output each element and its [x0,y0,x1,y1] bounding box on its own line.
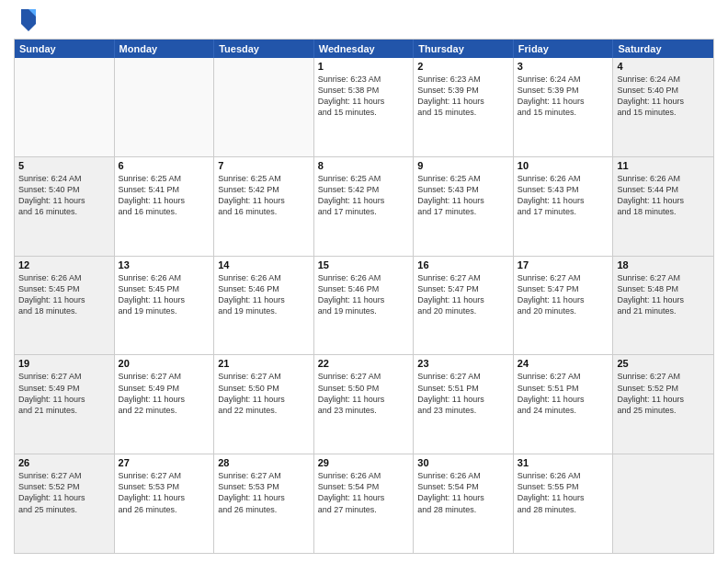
day-info: Sunrise: 6:26 AM Sunset: 5:46 PM Dayligh… [218,272,310,317]
day-number: 20 [119,358,210,369]
weekday-header-sunday: Sunday [15,40,115,58]
day-info: Sunrise: 6:27 AM Sunset: 5:47 PM Dayligh… [417,272,509,317]
calendar-day-11: 11Sunrise: 6:26 AM Sunset: 5:44 PM Dayli… [613,157,713,256]
day-number: 29 [318,457,410,468]
day-info: Sunrise: 6:27 AM Sunset: 5:50 PM Dayligh… [218,371,310,416]
day-info: Sunrise: 6:27 AM Sunset: 5:49 PM Dayligh… [119,371,210,416]
calendar-empty-0-2 [214,58,314,156]
calendar-day-5: 5Sunrise: 6:24 AM Sunset: 5:40 PM Daylig… [15,157,115,256]
calendar-day-17: 17Sunrise: 6:27 AM Sunset: 5:47 PM Dayli… [514,257,614,355]
day-info: Sunrise: 6:27 AM Sunset: 5:52 PM Dayligh… [617,371,710,416]
calendar-row-0: 1Sunrise: 6:23 AM Sunset: 5:38 PM Daylig… [15,58,713,157]
day-info: Sunrise: 6:27 AM Sunset: 5:49 PM Dayligh… [18,371,110,416]
day-info: Sunrise: 6:27 AM Sunset: 5:47 PM Dayligh… [518,272,609,317]
day-number: 7 [218,160,310,171]
calendar-row-4: 26Sunrise: 6:27 AM Sunset: 5:52 PM Dayli… [15,454,713,553]
calendar-day-24: 24Sunrise: 6:27 AM Sunset: 5:51 PM Dayli… [514,355,614,454]
calendar-day-29: 29Sunrise: 6:26 AM Sunset: 5:54 PM Dayli… [314,454,415,553]
day-number: 9 [417,160,509,171]
logo-icon [17,6,40,31]
calendar-day-20: 20Sunrise: 6:27 AM Sunset: 5:49 PM Dayli… [115,355,215,454]
day-info: Sunrise: 6:24 AM Sunset: 5:40 PM Dayligh… [617,74,710,119]
day-number: 2 [417,61,509,72]
calendar-day-19: 19Sunrise: 6:27 AM Sunset: 5:49 PM Dayli… [15,355,115,454]
day-info: Sunrise: 6:27 AM Sunset: 5:51 PM Dayligh… [518,371,609,416]
calendar-day-1: 1Sunrise: 6:23 AM Sunset: 5:38 PM Daylig… [314,58,415,156]
calendar-day-26: 26Sunrise: 6:27 AM Sunset: 5:52 PM Dayli… [15,454,115,553]
day-number: 13 [119,259,210,270]
day-number: 5 [18,160,110,171]
day-number: 3 [518,61,609,72]
calendar-header: SundayMondayTuesdayWednesdayThursdayFrid… [15,40,713,58]
weekday-header-wednesday: Wednesday [314,40,415,58]
logo [14,9,40,31]
day-number: 1 [318,61,410,72]
day-info: Sunrise: 6:26 AM Sunset: 5:54 PM Dayligh… [417,470,509,515]
day-info: Sunrise: 6:26 AM Sunset: 5:54 PM Dayligh… [318,470,410,515]
header [14,9,714,31]
day-info: Sunrise: 6:26 AM Sunset: 5:46 PM Dayligh… [318,272,410,317]
day-info: Sunrise: 6:26 AM Sunset: 5:55 PM Dayligh… [518,470,609,515]
day-number: 21 [218,358,310,369]
day-number: 8 [318,160,410,171]
day-info: Sunrise: 6:26 AM Sunset: 5:45 PM Dayligh… [119,272,210,317]
calendar-day-28: 28Sunrise: 6:27 AM Sunset: 5:53 PM Dayli… [214,454,314,553]
calendar-day-13: 13Sunrise: 6:26 AM Sunset: 5:45 PM Dayli… [115,257,215,355]
calendar-day-21: 21Sunrise: 6:27 AM Sunset: 5:50 PM Dayli… [214,355,314,454]
calendar-day-14: 14Sunrise: 6:26 AM Sunset: 5:46 PM Dayli… [214,257,314,355]
calendar-day-15: 15Sunrise: 6:26 AM Sunset: 5:46 PM Dayli… [314,257,415,355]
day-number: 26 [18,457,110,468]
day-info: Sunrise: 6:27 AM Sunset: 5:53 PM Dayligh… [218,470,310,515]
day-number: 28 [218,457,310,468]
weekday-header-saturday: Saturday [613,40,713,58]
calendar-day-25: 25Sunrise: 6:27 AM Sunset: 5:52 PM Dayli… [613,355,713,454]
day-number: 19 [18,358,110,369]
calendar-row-1: 5Sunrise: 6:24 AM Sunset: 5:40 PM Daylig… [15,157,713,257]
calendar-day-2: 2Sunrise: 6:23 AM Sunset: 5:39 PM Daylig… [414,58,514,156]
calendar-day-6: 6Sunrise: 6:25 AM Sunset: 5:41 PM Daylig… [115,157,215,256]
day-info: Sunrise: 6:26 AM Sunset: 5:44 PM Dayligh… [617,173,710,218]
calendar-row-3: 19Sunrise: 6:27 AM Sunset: 5:49 PM Dayli… [15,355,713,454]
calendar-day-12: 12Sunrise: 6:26 AM Sunset: 5:45 PM Dayli… [15,257,115,355]
day-info: Sunrise: 6:26 AM Sunset: 5:45 PM Dayligh… [18,272,110,317]
day-info: Sunrise: 6:27 AM Sunset: 5:51 PM Dayligh… [417,371,509,416]
day-info: Sunrise: 6:23 AM Sunset: 5:39 PM Dayligh… [417,74,509,119]
day-info: Sunrise: 6:27 AM Sunset: 5:48 PM Dayligh… [617,272,710,317]
weekday-header-monday: Monday [115,40,215,58]
day-info: Sunrise: 6:27 AM Sunset: 5:52 PM Dayligh… [18,470,110,515]
calendar-day-31: 31Sunrise: 6:26 AM Sunset: 5:55 PM Dayli… [514,454,614,553]
day-info: Sunrise: 6:25 AM Sunset: 5:42 PM Dayligh… [218,173,310,218]
day-number: 22 [318,358,410,369]
day-number: 30 [417,457,509,468]
day-info: Sunrise: 6:25 AM Sunset: 5:42 PM Dayligh… [318,173,410,218]
calendar-day-23: 23Sunrise: 6:27 AM Sunset: 5:51 PM Dayli… [414,355,514,454]
day-number: 31 [518,457,609,468]
day-number: 27 [119,457,210,468]
calendar-body: 1Sunrise: 6:23 AM Sunset: 5:38 PM Daylig… [15,58,713,553]
weekday-header-tuesday: Tuesday [214,40,314,58]
page: SundayMondayTuesdayWednesdayThursdayFrid… [0,0,728,563]
calendar-day-18: 18Sunrise: 6:27 AM Sunset: 5:48 PM Dayli… [613,257,713,355]
day-info: Sunrise: 6:25 AM Sunset: 5:41 PM Dayligh… [119,173,210,218]
day-info: Sunrise: 6:25 AM Sunset: 5:43 PM Dayligh… [417,173,509,218]
day-info: Sunrise: 6:26 AM Sunset: 5:43 PM Dayligh… [518,173,609,218]
calendar-day-8: 8Sunrise: 6:25 AM Sunset: 5:42 PM Daylig… [314,157,415,256]
day-number: 12 [18,259,110,270]
calendar-day-22: 22Sunrise: 6:27 AM Sunset: 5:50 PM Dayli… [314,355,415,454]
day-number: 6 [119,160,210,171]
day-info: Sunrise: 6:24 AM Sunset: 5:40 PM Dayligh… [18,173,110,218]
day-info: Sunrise: 6:23 AM Sunset: 5:38 PM Dayligh… [318,74,410,119]
calendar-empty-4-6 [613,454,713,553]
day-number: 16 [417,259,509,270]
calendar-empty-0-0 [15,58,115,156]
day-number: 11 [617,160,710,171]
day-number: 14 [218,259,310,270]
day-number: 18 [617,259,710,270]
calendar-day-9: 9Sunrise: 6:25 AM Sunset: 5:43 PM Daylig… [414,157,514,256]
day-number: 15 [318,259,410,270]
calendar-day-16: 16Sunrise: 6:27 AM Sunset: 5:47 PM Dayli… [414,257,514,355]
day-number: 17 [518,259,609,270]
calendar-day-4: 4Sunrise: 6:24 AM Sunset: 5:40 PM Daylig… [613,58,713,156]
day-number: 25 [617,358,710,369]
weekday-header-friday: Friday [514,40,614,58]
